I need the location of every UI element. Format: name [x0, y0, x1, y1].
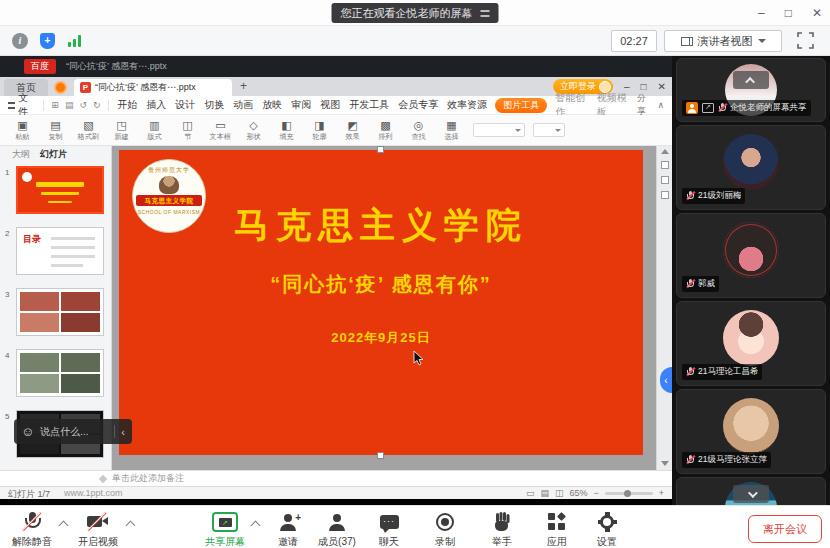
quick-icon[interactable]: ↺: [79, 100, 87, 110]
ribbon-item[interactable]: ◳ 新建: [105, 119, 138, 142]
ribbon-item[interactable]: ▭ 文本框: [204, 119, 237, 142]
wps-close-button[interactable]: ✕: [658, 81, 666, 92]
chat-input-placeholder[interactable]: 说点什么...: [40, 425, 108, 439]
emoji-icon[interactable]: ☺: [21, 425, 34, 438]
wps-maximize-button[interactable]: □: [641, 81, 647, 92]
wps-menu-item[interactable]: 设计: [175, 98, 195, 112]
side-tool-icon[interactable]: [661, 191, 669, 199]
ribbon-item[interactable]: ▤ 复制: [39, 119, 72, 142]
quick-icon[interactable]: ⊞: [51, 100, 59, 110]
slide-thumbnail-4[interactable]: [16, 349, 104, 397]
share-options-chevron[interactable]: [251, 521, 261, 531]
quick-icon[interactable]: ↻: [93, 100, 101, 110]
raise-hand-button[interactable]: 举手: [476, 512, 528, 548]
ribbon-item[interactable]: ◫ 节: [171, 119, 204, 142]
participant-tile[interactable]: 21马理论工昌希: [676, 301, 826, 386]
expand-tiles-button[interactable]: [733, 485, 769, 503]
wps-menu-item[interactable]: 会员专享: [398, 98, 438, 112]
presenter-icon: [686, 102, 698, 114]
selection-handle-bottom[interactable]: [377, 452, 384, 459]
zoom-out-button[interactable]: −: [593, 488, 598, 498]
ribbon-item[interactable]: ▣ 粘贴: [6, 119, 39, 142]
view-normal-icon[interactable]: ▭: [526, 488, 535, 498]
fullscreen-icon[interactable]: [797, 32, 814, 49]
wps-menu-item[interactable]: 放映: [262, 98, 282, 112]
slide-title: 马克思主义学院: [119, 202, 643, 249]
slide-thumbnail-1[interactable]: [16, 166, 104, 214]
zoom-in-button[interactable]: +: [659, 488, 664, 498]
record-button[interactable]: 录制: [419, 512, 471, 548]
switch-view-icon[interactable]: [481, 10, 490, 17]
collapse-chat-icon[interactable]: ‹: [121, 426, 125, 438]
invite-button[interactable]: + 邀请: [262, 512, 314, 548]
settings-button[interactable]: 设置: [581, 512, 633, 548]
notes-bar[interactable]: 单击此处添加备注: [0, 470, 672, 486]
zoom-slider[interactable]: [605, 492, 653, 495]
slide-thumbnail-2[interactable]: 目录: [16, 227, 104, 275]
slide-thumbnail-3[interactable]: [16, 288, 104, 336]
leave-meeting-button[interactable]: 离开会议: [748, 515, 822, 543]
wps-menu-item[interactable]: 开发工具: [349, 98, 389, 112]
view-play-icon[interactable]: ◫: [555, 488, 564, 498]
panel-tab-outline[interactable]: 大纲: [12, 148, 30, 161]
wps-menu-item[interactable]: 视图: [320, 98, 340, 112]
participant-tile[interactable]: 21级马理论张立萍: [676, 389, 826, 474]
chat-button[interactable]: ··· 聊天: [363, 512, 415, 548]
new-tab-button[interactable]: +: [240, 79, 247, 93]
font-family-dropdown[interactable]: [473, 123, 525, 137]
scroll-down-icon[interactable]: [661, 461, 669, 466]
ribbon-item-label: 版式: [147, 132, 161, 142]
participant-tile[interactable]: 21级刘丽梅: [676, 125, 826, 210]
quick-icon[interactable]: ▤: [65, 100, 74, 110]
collapse-ribbon-button[interactable]: ∧: [657, 100, 664, 110]
ribbon-item[interactable]: ◩ 效果: [336, 119, 369, 142]
slide-canvas[interactable]: 贵州师范大学 马克思主义学院 SCHOOL OF MARXISM 马克思主义学院…: [119, 150, 643, 455]
wps-document-tab[interactable]: P “同心抗‘疫’ 感恩有⋯.pptx: [74, 79, 232, 96]
ribbon-item[interactable]: ▥ 版式: [138, 119, 171, 142]
view-sorter-icon[interactable]: ▤: [540, 488, 549, 498]
view-mode-button[interactable]: 演讲者视图: [664, 30, 782, 52]
docer-icon[interactable]: [54, 81, 67, 94]
zoom-level: 65%: [569, 488, 587, 498]
picture-tool-tab[interactable]: 图片工具: [495, 98, 547, 113]
zoom-slider-knob[interactable]: [624, 490, 631, 497]
apps-button[interactable]: 应用: [531, 512, 583, 548]
font-size-dropdown[interactable]: [533, 123, 565, 137]
security-shield-icon[interactable]: +: [40, 33, 55, 49]
share-screen-button[interactable]: ↗ 共享屏幕: [199, 512, 251, 548]
wps-menu-item[interactable]: 效率资源: [447, 98, 487, 112]
scroll-up-icon[interactable]: [661, 149, 669, 154]
members-button[interactable]: 成员(37): [308, 512, 366, 548]
minimize-button[interactable]: –: [758, 6, 765, 20]
ribbon-item[interactable]: ▦ 选择: [435, 119, 468, 142]
wps-menu-item[interactable]: 切换: [204, 98, 224, 112]
ribbon-item[interactable]: ◇ 形状: [237, 119, 270, 142]
wps-menu-item[interactable]: 插入: [146, 98, 166, 112]
unmute-button[interactable]: 解除静音: [6, 512, 58, 548]
chat-quick-bar[interactable]: ☺ 说点什么... ‹: [14, 419, 132, 444]
ribbon-item[interactable]: ◨ 轮廓: [303, 119, 336, 142]
ribbon-item[interactable]: ▩ 排列: [369, 119, 402, 142]
selection-handle-top[interactable]: [377, 146, 384, 153]
start-video-button[interactable]: 开启视频: [72, 512, 124, 548]
mic-options-chevron[interactable]: [59, 521, 69, 531]
panel-tab-slides[interactable]: 幻灯片: [40, 148, 67, 161]
meeting-info-icon[interactable]: i: [12, 33, 28, 49]
muted-mic-icon: [718, 103, 726, 113]
close-button[interactable]: ✕: [812, 6, 822, 20]
wps-menu-item[interactable]: 开始: [117, 98, 137, 112]
ribbon-item[interactable]: ▧ 格式刷: [72, 119, 105, 142]
participant-tile[interactable]: 企悦老师的屏幕共享: [676, 58, 826, 122]
collapse-tiles-button[interactable]: [733, 71, 769, 89]
maximize-button[interactable]: □: [785, 6, 792, 20]
ribbon-item-icon: ◎: [414, 119, 424, 131]
ribbon-item[interactable]: ◧ 填充: [270, 119, 303, 142]
ribbon-item[interactable]: ◎ 查找: [402, 119, 435, 142]
side-tool-icon[interactable]: [661, 176, 669, 184]
wps-menu-item[interactable]: 动画: [233, 98, 253, 112]
side-tool-icon[interactable]: [661, 161, 669, 169]
share-arrow-icon: ↗: [219, 518, 232, 527]
video-options-chevron[interactable]: [126, 521, 136, 531]
participant-tile[interactable]: 郭威: [676, 213, 826, 298]
wps-menu-item[interactable]: 审阅: [291, 98, 311, 112]
